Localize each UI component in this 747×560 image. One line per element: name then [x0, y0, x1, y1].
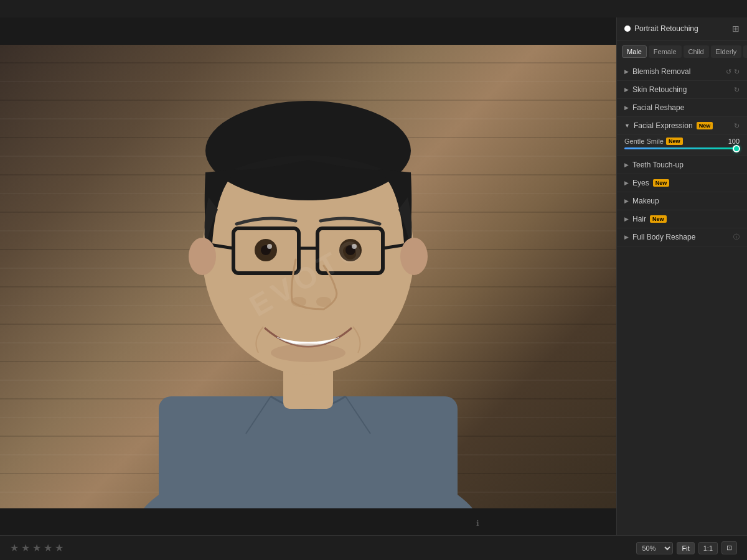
tab-female[interactable]: Female [649, 45, 682, 58]
refresh-skin[interactable]: ↻ [734, 86, 740, 94]
section-full-body-reshape[interactable]: ▶ Full Body Reshape ⓘ [617, 228, 747, 246]
badge-hair: New [650, 215, 667, 223]
tab-indiv[interactable]: Indiv. [743, 45, 747, 58]
tab-elderly[interactable]: Elderly [711, 45, 742, 58]
section-teeth-touchup[interactable]: ▶ Teeth Touch-up [617, 156, 747, 174]
svg-point-17 [316, 297, 331, 307]
canvas-area: EVOTO ℹ [0, 17, 616, 535]
main-content: EVOTO ℹ Portrait Retouching ⊞ Male Femal… [0, 17, 747, 535]
section-facial-reshape[interactable]: ▶ Facial Reshape [617, 99, 747, 117]
section-body-left: ▶ Full Body Reshape [624, 233, 695, 241]
reset-blemish[interactable]: ↺ [726, 68, 731, 76]
label-skin: Skin Retouching [632, 85, 687, 94]
arrow-facial-expression: ▼ [624, 123, 630, 129]
slider-thumb[interactable] [733, 145, 740, 152]
label-body: Full Body Reshape [632, 233, 695, 241]
arrow-blemish: ▶ [624, 68, 629, 75]
badge-facial-expression: New [697, 122, 713, 129]
facial-expression-left: ▼ Facial Expression New [624, 121, 713, 130]
badge-gentle-smile: New [666, 138, 683, 145]
person-illustration [96, 60, 520, 508]
panel-dot [624, 26, 631, 32]
slider-label-text: Gentle Smile [624, 138, 664, 145]
badge-eyes: New [653, 179, 670, 187]
section-makeup-left: ▶ Makeup [624, 197, 659, 205]
zoom-select[interactable]: 25% 50% 75% 100% [636, 542, 673, 554]
svg-point-14 [267, 244, 272, 249]
icons-skin: ↻ [734, 86, 740, 94]
label-facial-reshape: Facial Reshape [632, 103, 684, 112]
section-facial-expression: ▼ Facial Expression New ↻ Gentle Smile N… [617, 117, 747, 156]
arrow-eyes: ▶ [624, 180, 629, 186]
slider-row: Gentle Smile New 100 [624, 138, 740, 145]
arrow-facial-reshape: ▶ [624, 105, 629, 111]
slider-label: Gentle Smile New [624, 138, 683, 145]
star-4[interactable]: ★ [44, 542, 52, 554]
tab-child[interactable]: Child [684, 45, 709, 58]
view-fit-button[interactable]: Fit [677, 542, 694, 554]
refresh-facial-expression[interactable]: ↻ [734, 122, 740, 130]
bottom-info-icon[interactable]: ℹ [476, 519, 479, 528]
gender-tabs: Male Female Child Elderly Indiv. [617, 40, 747, 60]
info-body[interactable]: ⓘ [733, 233, 740, 241]
icons-blemish: ↺ ↻ [726, 68, 740, 76]
bottom-right-controls: 25% 50% 75% 100% Fit 1:1 ⊡ [636, 541, 737, 554]
section-eyes-left: ▶ Eyes New [624, 179, 669, 187]
refresh-blemish[interactable]: ↻ [734, 68, 740, 76]
slider-value: 100 [728, 138, 740, 145]
section-hair[interactable]: ▶ Hair New [617, 210, 747, 228]
panel-title: Portrait Retouching [634, 24, 698, 33]
label-makeup: Makeup [632, 197, 659, 205]
arrow-hair: ▶ [624, 216, 629, 222]
panel-expand-icon[interactable]: ⊞ [732, 24, 740, 34]
star-rating: ★ ★ ★ ★ ★ [10, 542, 63, 554]
view-11-button[interactable]: 1:1 [698, 542, 718, 554]
section-facial-reshape-left: ▶ Facial Reshape [624, 103, 684, 112]
label-blemish: Blemish Removal [632, 67, 690, 76]
section-skin-left: ▶ Skin Retouching [624, 85, 687, 94]
slider-fill [624, 147, 740, 149]
star-3[interactable]: ★ [32, 542, 41, 554]
bottom-bar: ★ ★ ★ ★ ★ 25% 50% 75% 100% Fit 1:1 ⊡ [0, 535, 747, 560]
svg-point-16 [291, 297, 306, 307]
label-hair: Hair [632, 215, 646, 223]
label-teeth: Teeth Touch-up [632, 161, 684, 169]
section-hair-left: ▶ Hair New [624, 215, 667, 223]
section-eyes[interactable]: ▶ Eyes New [617, 174, 747, 192]
right-panel: Portrait Retouching ⊞ Male Female Child … [616, 17, 747, 535]
arrow-makeup: ▶ [624, 198, 629, 204]
slider-area: Gentle Smile New 100 [617, 135, 747, 156]
svg-point-20 [271, 343, 345, 362]
section-makeup[interactable]: ▶ Makeup [617, 192, 747, 210]
svg-point-15 [352, 244, 357, 249]
facial-expression-header[interactable]: ▼ Facial Expression New ↻ [617, 117, 747, 135]
label-eyes: Eyes [632, 179, 649, 187]
view-compare-button[interactable]: ⊡ [721, 541, 737, 554]
section-skin-retouching[interactable]: ▶ Skin Retouching ↻ [617, 81, 747, 99]
sections-list: ▶ Blemish Removal ↺ ↻ ▶ Skin Retouching … [617, 60, 747, 535]
section-teeth-left: ▶ Teeth Touch-up [624, 161, 684, 169]
arrow-teeth: ▶ [624, 162, 629, 168]
svg-point-4 [205, 101, 411, 200]
svg-rect-1 [159, 396, 458, 508]
star-5[interactable]: ★ [55, 542, 63, 554]
star-1[interactable]: ★ [10, 542, 19, 554]
arrow-skin: ▶ [624, 86, 629, 93]
section-blemish-removal[interactable]: ▶ Blemish Removal ↺ ↻ [617, 63, 747, 81]
section-blemish-left: ▶ Blemish Removal [624, 67, 690, 76]
label-facial-expression: Facial Expression [634, 121, 693, 130]
svg-point-18 [189, 238, 216, 275]
person-layer [0, 45, 616, 508]
arrow-body: ▶ [624, 234, 629, 240]
panel-header: Portrait Retouching ⊞ [617, 17, 747, 40]
slider-track[interactable] [624, 147, 740, 149]
star-2[interactable]: ★ [21, 542, 30, 554]
photo-container: EVOTO [0, 45, 616, 508]
panel-title-row: Portrait Retouching [624, 24, 698, 33]
svg-point-19 [400, 238, 428, 275]
top-bar [0, 0, 747, 17]
tab-male[interactable]: Male [622, 45, 647, 58]
